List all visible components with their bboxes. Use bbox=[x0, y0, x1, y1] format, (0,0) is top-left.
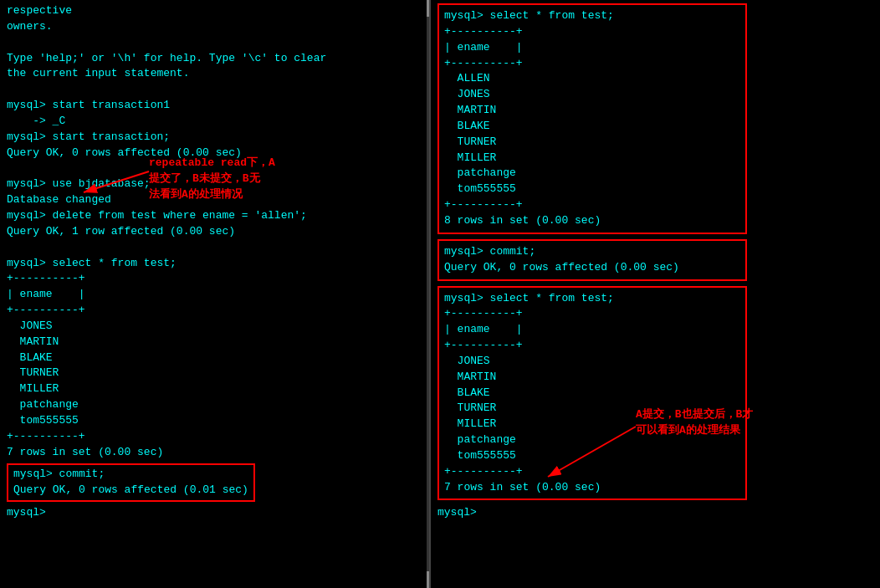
left-commit-box: mysql> commit; Query OK, 0 rows affected… bbox=[7, 463, 255, 502]
right-terminal: mysql> select * from test; +----------+ … bbox=[429, 0, 880, 588]
left-commit-text: mysql> commit; Query OK, 0 rows affected… bbox=[13, 467, 248, 499]
left-last-line: mysql> bbox=[7, 505, 420, 521]
right-box3-text: mysql> select * from test; +----------+ … bbox=[444, 291, 740, 496]
right-box2: mysql> commit; Query OK, 0 rows affected… bbox=[437, 239, 747, 281]
right-last-line: mysql> bbox=[437, 505, 876, 521]
right-box1: mysql> select * from test; +----------+ … bbox=[437, 3, 747, 234]
right-box2-text: mysql> commit; Query OK, 0 rows affected… bbox=[444, 244, 740, 276]
left-table: +----------+ | ename | +----------+ JONE… bbox=[7, 271, 420, 460]
right-box1-text: mysql> select * from test; +----------+ … bbox=[444, 8, 740, 229]
right-annotation: A提交，B也提交后，B才 可以看到A的处理结果 bbox=[636, 406, 853, 438]
left-terminal: respective owners. Type 'help;' or '\h' … bbox=[0, 0, 427, 588]
left-annotation: repeatable read下，A 提交了，B未提交，B无 法看到A的处理情况 bbox=[149, 155, 333, 203]
right-box3: mysql> select * from test; +----------+ … bbox=[437, 286, 747, 501]
left-terminal-text: respective owners. Type 'help;' or '\h' … bbox=[7, 3, 420, 271]
